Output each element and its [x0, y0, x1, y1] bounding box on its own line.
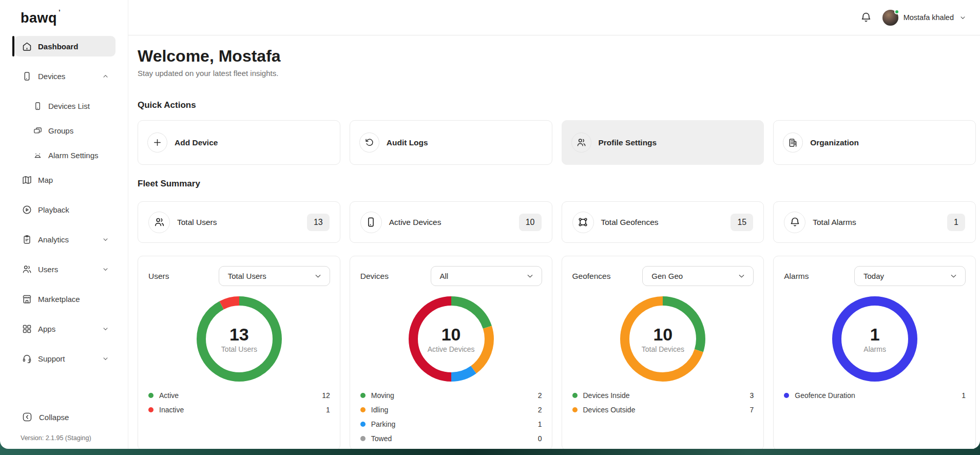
- sidebar-item-alarm-settings[interactable]: Alarm Settings: [14, 145, 116, 165]
- sidebar-item-apps[interactable]: Apps: [14, 318, 116, 339]
- devices-legend: Moving2Idling2Parking1Towed0Offline5: [360, 388, 542, 449]
- chevron-down-icon: [102, 355, 109, 363]
- clipboard-icon: [22, 234, 32, 245]
- chart-title: Alarms: [784, 272, 809, 281]
- summary-value-badge: 13: [307, 214, 330, 231]
- select-value: Total Users: [228, 272, 266, 280]
- legend-value: 12: [322, 391, 330, 400]
- chart-title: Users: [148, 272, 169, 281]
- sidebar-item-users[interactable]: Users: [14, 259, 116, 279]
- collapse-label: Collapse: [39, 413, 69, 422]
- sidebar-item-label: Users: [38, 265, 58, 274]
- summary-label: Active Devices: [389, 218, 441, 227]
- geofences-filter-select[interactable]: Gen Geo: [642, 266, 754, 286]
- brand-logo: bawq’: [0, 0, 128, 36]
- summary-value-badge: 10: [519, 214, 542, 231]
- summary-label: Total Alarms: [813, 218, 856, 227]
- sidebar-item-marketplace[interactable]: Marketplace: [14, 289, 116, 309]
- users-chart-card: Users Total Users 13 Total Users: [138, 256, 340, 449]
- device-icon: [22, 71, 32, 82]
- legend-dot: [572, 393, 578, 398]
- legend-dot: [148, 407, 153, 412]
- total-users-card: Total Users 13: [138, 201, 340, 243]
- sidebar-item-label: Alarm Settings: [48, 151, 99, 160]
- legend-row: Devices Inside3: [572, 388, 754, 403]
- legend-value: 0: [538, 434, 542, 443]
- donut-center-label: Active Devices: [428, 345, 475, 353]
- alarms-filter-select[interactable]: Today: [854, 266, 966, 286]
- groups-icon: [33, 126, 43, 136]
- select-value: Today: [863, 272, 884, 280]
- top-bar: Mostafa khaled: [128, 0, 980, 35]
- users-icon: [22, 264, 32, 275]
- users-filter-select[interactable]: Total Users: [219, 266, 330, 286]
- devices-donut-chart: 10 Active Devices: [408, 296, 494, 382]
- legend-row: Devices Outside7: [572, 403, 754, 417]
- summary-label: Total Geofences: [601, 218, 659, 227]
- legend-label: Towed: [371, 434, 392, 443]
- sidebar-item-analytics[interactable]: Analytics: [14, 229, 116, 250]
- sidebar-spacer: [0, 378, 128, 407]
- user-name: Mostafa khaled: [904, 13, 954, 22]
- add-device-button[interactable]: Add Device: [138, 120, 340, 165]
- donut-center-label: Alarms: [863, 345, 886, 353]
- geofences-chart-card: Geofences Gen Geo 10 Total Devices: [562, 256, 764, 449]
- legend-dot: [784, 393, 789, 398]
- legend-label: Devices Inside: [583, 391, 630, 400]
- sidebar-item-label: Analytics: [38, 235, 69, 244]
- devices-chart-card: Devices All 10 Active Devices: [350, 256, 552, 449]
- legend-label: Idling: [371, 406, 388, 414]
- donut-center-value: 10: [441, 325, 461, 344]
- users-donut-chart: 13 Total Users: [196, 296, 282, 382]
- chevron-down-icon: [959, 14, 967, 22]
- alarms-legend: Geofence Duration1: [784, 388, 966, 403]
- collapse-button[interactable]: Collapse: [14, 407, 116, 427]
- devices-filter-select[interactable]: All: [431, 266, 542, 286]
- apps-grid-icon: [22, 324, 32, 334]
- page-subtitle: Stay updated on your latest fleet insigh…: [138, 69, 976, 78]
- brand-logo-text: bawq: [21, 10, 57, 26]
- sidebar-item-label: Devices List: [48, 102, 90, 110]
- users-icon: [148, 212, 170, 233]
- avatar: [882, 10, 898, 26]
- sidebar-item-devices-list[interactable]: Devices List: [14, 96, 116, 116]
- summary-value-badge: 15: [731, 214, 753, 231]
- sidebar-item-label: Dashboard: [38, 42, 78, 51]
- legend-label: Parking: [371, 420, 395, 428]
- charts-grid: Users Total Users 13 Total Users: [138, 256, 976, 449]
- sidebar-item-map[interactable]: Map: [14, 169, 116, 190]
- sidebar-item-devices[interactable]: Devices: [14, 66, 116, 86]
- history-icon: [359, 132, 379, 153]
- audit-logs-button[interactable]: Audit Logs: [350, 120, 552, 165]
- summary-value-badge: 1: [947, 214, 965, 231]
- legend-row: Offline5: [360, 446, 542, 449]
- fleet-summary-heading: Fleet Summary: [138, 179, 976, 189]
- select-value: Gen Geo: [651, 272, 683, 280]
- sidebar-item-support[interactable]: Support: [14, 348, 116, 369]
- sidebar-item-dashboard[interactable]: Dashboard: [14, 36, 116, 56]
- chevron-down-icon: [102, 325, 109, 333]
- chevron-down-icon: [314, 272, 322, 280]
- quick-actions-grid: Add Device Audit Logs Profile Settings O…: [138, 120, 976, 165]
- play-circle-icon: [22, 204, 32, 215]
- user-menu[interactable]: Mostafa khaled: [882, 10, 967, 26]
- donut-center-value: 1: [870, 325, 880, 344]
- legend-value: 1: [326, 406, 330, 414]
- quick-actions-heading: Quick Actions: [138, 100, 976, 110]
- plus-icon: [147, 132, 167, 153]
- profile-settings-button[interactable]: Profile Settings: [562, 120, 764, 165]
- sidebar-item-label: Apps: [38, 325, 55, 333]
- organization-button[interactable]: Organization: [773, 120, 976, 165]
- sidebar-item-groups[interactable]: Groups: [14, 120, 116, 141]
- sidebar: bawq’ Dashboard Devices Devices List Gro…: [0, 0, 128, 449]
- sidebar-item-playback[interactable]: Playback: [14, 199, 116, 220]
- legend-value: 7: [750, 406, 754, 414]
- chart-title: Geofences: [572, 272, 611, 281]
- device-icon: [360, 212, 382, 233]
- notifications-bell-icon[interactable]: [860, 11, 872, 24]
- total-geofences-card: Total Geofences 15: [562, 201, 764, 243]
- building-icon: [783, 132, 803, 153]
- legend-row: Active12: [148, 388, 330, 403]
- legend-row: Geofence Duration1: [784, 388, 966, 403]
- app-window: bawq’ Dashboard Devices Devices List Gro…: [0, 0, 980, 449]
